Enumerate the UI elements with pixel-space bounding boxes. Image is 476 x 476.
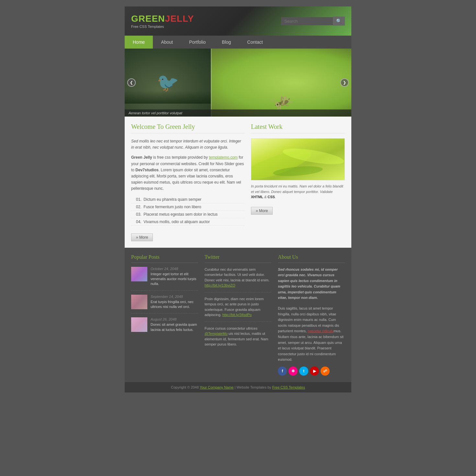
welcome-more-button[interactable]: » More <box>131 233 153 241</box>
tweet-item: Fusce cursus consectetur ultrices @Templ… <box>205 326 272 351</box>
latest-work-title: Latest Work <box>251 123 345 133</box>
search-button[interactable]: 🔍 <box>333 17 345 26</box>
social-icons: f ❇ t ▶ ☍ <box>278 367 345 376</box>
youtube-icon[interactable]: ▶ <box>310 367 319 376</box>
tweet-item: Curabitur nec dui venenatis sem consecte… <box>205 267 272 292</box>
popular-posts-title: Popular Posts <box>131 254 198 263</box>
post-item: August 26, 2048 Donec sit amet gravida q… <box>131 317 198 336</box>
logo-text: GREENJELLY <box>131 14 194 24</box>
css-label: CSS <box>267 195 275 199</box>
twitter-title: Twitter <box>205 254 272 263</box>
post-thumbnail <box>131 295 147 309</box>
slider-background: 🐦 🦗 <box>125 49 351 117</box>
post-excerpt: Erat turpis fringilla orci, nec ultrices… <box>151 300 198 310</box>
post-date: September 14, 2048 <box>151 295 198 299</box>
logo-red: JELLY <box>165 14 194 24</box>
nav-item-contact[interactable]: Contact <box>239 36 271 49</box>
slider-image-left: 🐦 <box>125 49 211 117</box>
slider-divider <box>211 49 212 117</box>
twitter-mention[interactable]: @TemplateMo <box>205 332 228 335</box>
welcome-title: Welcome To Green Jelly <box>131 123 244 133</box>
slider-next-button[interactable]: ❯ <box>340 78 349 87</box>
nav-item-home[interactable]: Home <box>125 36 153 49</box>
company-link[interactable]: Your Company Name <box>200 385 234 389</box>
flickr-icon[interactable]: ❇ <box>289 367 298 376</box>
slider: 🐦 🦗 ❮ ❯ Aenean tortor vel porttitor volu… <box>125 49 351 117</box>
list-item: 02. Fusce fermentum justo non libero <box>131 203 244 211</box>
post-date: October 24, 2048 <box>151 267 198 271</box>
search-box: 🔍 <box>281 17 345 26</box>
nascetur-link[interactable]: nascetur ridiculu <box>308 329 334 333</box>
about-us-section: About Us Sed rhoncus sodales mi, id semp… <box>278 254 345 376</box>
latest-work-section: Latest Work <box>251 123 345 241</box>
tweet-link[interactable]: http://bit.ly/34sdPo <box>222 313 252 317</box>
tweet-item: Proin dignissim, diam nec enim lorem tem… <box>205 296 272 322</box>
work-image-inner <box>251 139 345 180</box>
welcome-section: Welcome To Green Jelly Sed mollis leo ne… <box>131 123 244 241</box>
welcome-list: 01. Dictum eu pharetra quam semper 02. F… <box>131 196 244 226</box>
welcome-intro: Sed mollis leo nec est tempor interdum e… <box>131 138 244 151</box>
post-content: August 26, 2048 Donec sit amet gravida q… <box>151 317 198 332</box>
main-content: Welcome To Green Jelly Sed mollis leo ne… <box>125 117 351 248</box>
green-jelly-label: Green Jelly <box>131 155 152 160</box>
post-excerpt: Donec sit amet gravida quam lacinia at l… <box>151 322 198 332</box>
slider-prev-button[interactable]: ❮ <box>127 78 136 87</box>
footer-separator: | Website Templates by <box>234 385 272 389</box>
nav-item-about[interactable]: About <box>153 36 181 49</box>
popular-posts-section: Popular Posts October 24, 2048 Integer e… <box>131 254 198 376</box>
dev7studios-label: Dev7studios <box>135 168 158 172</box>
twitter-section: Twitter Curabitur nec dui venenatis sem … <box>205 254 272 376</box>
tweet-link[interactable]: http://bit.ly/13bviZO <box>205 283 235 287</box>
free-css-link[interactable]: Free CSS Templates <box>272 385 305 389</box>
nav-item-blog[interactable]: Blog <box>214 36 239 49</box>
post-item: October 24, 2048 Integer eget tortor et … <box>131 267 198 291</box>
nav-item-portfolio[interactable]: Portfolio <box>181 36 214 49</box>
footer-sections: Popular Posts October 24, 2048 Integer e… <box>125 248 351 382</box>
about-text-2: Duis sagittis, lacus sit amet tempor fri… <box>278 306 345 363</box>
slider-image-right: 🦗 <box>211 49 351 117</box>
about-text-1: Sed rhoncus sodales mi, id semper orci g… <box>278 267 345 301</box>
header: GREENJELLY Free CSS Templates 🔍 <box>125 6 351 36</box>
work-caption: In porta tincidunt mi eu mattis. Nam vel… <box>251 184 345 200</box>
facebook-icon[interactable]: f <box>278 367 287 376</box>
templatemo-link[interactable]: templatemo.com <box>209 155 238 160</box>
twitter-icon[interactable]: t <box>299 367 308 376</box>
post-date: August 26, 2048 <box>151 317 198 321</box>
post-content: October 24, 2048 Integer eget tortor et … <box>151 267 198 287</box>
post-thumb-image <box>131 317 147 332</box>
nav: Home About Portfolio Blog Contact <box>125 36 351 49</box>
list-item: 01. Dictum eu pharetra quam semper <box>131 196 244 203</box>
work-image <box>251 138 345 180</box>
post-excerpt: Integer eget tortor et elit venenatis au… <box>151 272 198 287</box>
list-item: 03. Placerat metus egestas sem dolor in … <box>131 211 244 218</box>
post-item: September 14, 2048 Erat turpis fringilla… <box>131 295 198 314</box>
logo: GREENJELLY Free CSS Templates <box>131 14 194 28</box>
about-us-title: About Us <box>278 254 345 263</box>
post-thumbnail <box>131 267 147 281</box>
post-thumbnail <box>131 317 147 332</box>
rss-icon[interactable]: ☍ <box>321 367 330 376</box>
welcome-body: Green Jelly is free css template provide… <box>131 154 244 192</box>
logo-green: GREEN <box>131 14 165 24</box>
post-thumb-image <box>131 267 147 281</box>
list-item: 04. Vivamus mollis, odio ut aliquam auct… <box>131 218 244 226</box>
search-input[interactable] <box>281 17 333 25</box>
slider-caption: Aenean tortor vel porttitor volutpat <box>125 109 351 117</box>
post-content: September 14, 2048 Erat turpis fringilla… <box>151 295 198 310</box>
latest-work-more-button[interactable]: » More <box>251 207 273 215</box>
copyright-text: Copyright © 2048 <box>171 385 199 389</box>
xhtml-label: XHTML <box>251 195 263 199</box>
bottom-footer: Copyright © 2048 Your Company Name | Web… <box>125 382 351 392</box>
post-thumb-image <box>131 295 147 309</box>
logo-tagline: Free CSS Templates <box>131 25 194 28</box>
